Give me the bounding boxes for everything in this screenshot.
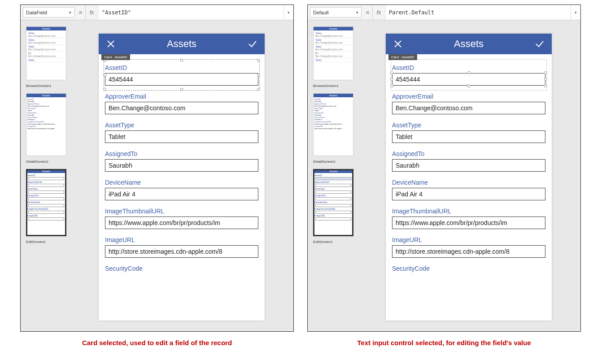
card-assettype[interactable]: AssetType <box>392 118 545 147</box>
thumb-label-browse: BrowseScreen1 <box>313 84 355 88</box>
property-select[interactable]: DataField ▾ <box>23 7 74 17</box>
screen-thumbnails: ⋯ Assets TabletBen.Change@contoso.com Ta… <box>21 20 70 331</box>
close-icon[interactable] <box>105 38 117 50</box>
card-assetid[interactable]: AssetID <box>105 61 258 89</box>
form-body: AssetID ApproverEmail <box>386 54 552 281</box>
right-caption: Text input control selected, for editing… <box>307 339 581 347</box>
field-label: ApproverEmail <box>105 93 258 100</box>
card-assettype[interactable]: AssetType <box>105 118 258 147</box>
field-label: AssetID <box>105 64 258 71</box>
fx-button[interactable]: fx <box>86 5 98 20</box>
property-select-value: DataField <box>26 10 47 15</box>
thumb-header: Assets <box>314 169 353 173</box>
card-imageurl[interactable]: ImageURL <box>392 233 545 261</box>
field-label: AssignedTo <box>392 150 545 157</box>
form-body: AssetID ApproverEmail AssetTyp <box>99 54 265 281</box>
thumb-header: Assets <box>26 169 66 173</box>
chevron-down-icon: ▾ <box>356 10 358 15</box>
formula-input[interactable]: "AssetID" <box>98 5 283 20</box>
right-editor-panel: Default ▾ = fx Parent.Default ▾ ⋯ Assets… <box>307 4 581 332</box>
phone-header: Assets <box>99 34 265 54</box>
phone-header: Assets <box>386 34 552 54</box>
field-input[interactable] <box>392 130 545 143</box>
field-label: AssetID <box>392 64 545 71</box>
left-editor-panel: DataField ▾ = fx "AssetID" ▾ ⋯ Assets Ta… <box>20 4 294 332</box>
field-input[interactable] <box>392 188 545 200</box>
thumb-header: Assets <box>26 27 66 30</box>
field-label: ImageThumbnailURL <box>105 208 258 215</box>
card-assignedto[interactable]: AssignedTo <box>392 147 545 175</box>
card-approveremail[interactable]: ApproverEmail <box>105 89 258 118</box>
thumb-browse[interactable]: Assets TabletBen.Change@contoso.com Tabl… <box>26 26 66 80</box>
field-label: DeviceName <box>392 179 545 186</box>
thumb-detail[interactable]: Assets AssetID4545444 ApproverEmailBen.C… <box>26 93 66 156</box>
field-label: ImageURL <box>105 236 258 243</box>
phone-preview: Assets Card : AssetID AssetID <box>386 34 552 321</box>
field-input[interactable] <box>105 130 258 143</box>
phone-preview: Assets Card : AssetID AssetID <box>99 34 265 321</box>
thumb-header: Assets <box>314 94 353 97</box>
thumb-label-edit: EditScreen1 <box>26 240 68 244</box>
thumb-detail[interactable]: Assets AssetID4545444 ApproverEmailBen.C… <box>313 93 353 156</box>
field-label: AssetType <box>392 121 545 129</box>
equals-button[interactable]: = <box>363 5 373 20</box>
field-input[interactable] <box>105 159 258 172</box>
field-label: SecurityCode <box>105 265 258 272</box>
field-label: AssetType <box>105 121 258 129</box>
card-devicename[interactable]: DeviceName <box>392 175 545 204</box>
thumb-edit[interactable]: Assets AssetID ApproverEmail AssetType A… <box>26 169 66 236</box>
field-label: ApproverEmail <box>392 93 545 100</box>
field-input[interactable] <box>392 159 545 172</box>
formula-context-dropdown[interactable]: ▾ <box>571 5 580 20</box>
phone-title: Assets <box>404 38 534 50</box>
property-select[interactable]: Default ▾ <box>310 7 362 17</box>
thumb-browse[interactable]: Assets TabletBen.Change@contoso.com Tabl… <box>313 26 353 80</box>
thumb-label-detail: DetailScreen1 <box>313 160 355 164</box>
field-input[interactable] <box>105 188 258 200</box>
field-label: DeviceName <box>105 179 258 186</box>
check-icon[interactable] <box>534 38 545 50</box>
card-assetid[interactable]: AssetID <box>392 61 545 89</box>
field-input[interactable] <box>392 217 545 229</box>
field-input-assetid[interactable] <box>105 73 258 86</box>
card-approveremail[interactable]: ApproverEmail <box>392 89 545 118</box>
thumb-label-edit: EditScreen1 <box>313 240 355 244</box>
thumb-label-detail: DetailScreen1 <box>26 160 68 164</box>
card-imagethumbnailurl[interactable]: ImageThumbnailURL <box>392 204 545 233</box>
field-input[interactable] <box>105 245 258 258</box>
phone-title: Assets <box>117 38 247 50</box>
thumb-label-browse: BrowseScreen1 <box>26 84 68 88</box>
property-select-value: Default <box>313 10 329 15</box>
screen-thumbnails: ⋯ Assets TabletBen.Change@contoso.com Ta… <box>308 20 357 331</box>
card-assignedto[interactable]: AssignedTo <box>105 147 258 175</box>
field-input[interactable] <box>392 102 545 114</box>
check-icon[interactable] <box>247 38 258 50</box>
card-imageurl[interactable]: ImageURL <box>105 233 258 261</box>
field-label: ImageThumbnailURL <box>392 208 545 215</box>
field-label: ImageURL <box>392 236 545 243</box>
left-caption: Card selected, used to edit a field of t… <box>20 339 294 347</box>
fx-button[interactable]: fx <box>373 5 385 20</box>
card-devicename[interactable]: DeviceName <box>105 175 258 204</box>
card-securitycode[interactable]: SecurityCode <box>105 261 258 277</box>
card-securitycode[interactable]: SecurityCode <box>392 261 545 277</box>
formula-bar: DataField ▾ = fx "AssetID" ▾ <box>21 5 293 20</box>
field-label: AssignedTo <box>105 150 258 157</box>
card-badge: Card : AssetID <box>101 54 130 60</box>
card-badge: Card : AssetID <box>388 54 417 60</box>
formula-bar: Default ▾ = fx Parent.Default ▾ <box>308 5 580 20</box>
chevron-down-icon: ▾ <box>69 10 71 15</box>
thumb-header: Assets <box>314 27 353 30</box>
thumb-header: Assets <box>26 94 66 97</box>
thumb-edit[interactable]: Assets AssetID ApproverEmail AssetType A… <box>313 169 353 236</box>
formula-input[interactable]: Parent.Default <box>385 5 571 20</box>
field-input[interactable] <box>105 102 258 114</box>
close-icon[interactable] <box>392 38 404 50</box>
field-label: SecurityCode <box>392 265 545 272</box>
field-input-assetid[interactable] <box>392 73 545 86</box>
field-input[interactable] <box>105 217 258 229</box>
card-imagethumbnailurl[interactable]: ImageThumbnailURL <box>105 204 258 233</box>
formula-context-dropdown[interactable]: ▾ <box>283 5 293 20</box>
field-input[interactable] <box>392 245 545 258</box>
equals-button[interactable]: = <box>76 5 86 20</box>
